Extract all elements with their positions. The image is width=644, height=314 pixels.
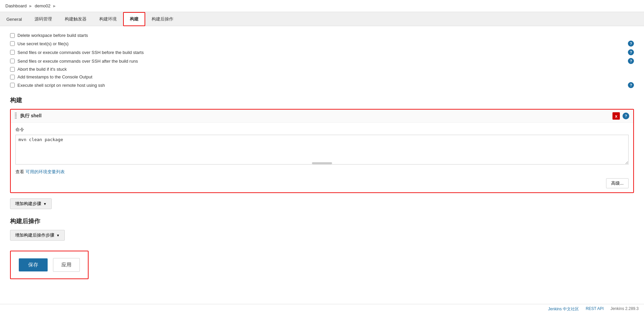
cb-secret-text[interactable] — [10, 41, 15, 46]
save-button[interactable]: 保存 — [19, 258, 48, 271]
drag-handle[interactable] — [15, 113, 17, 119]
postbuild-dropdown-arrow-icon: ▼ — [56, 234, 60, 237]
cb-delete-workspace-label: Delete workspace before build starts — [17, 33, 88, 38]
cb-ssh-after-label: Send files or execute commands over SSH … — [17, 59, 138, 64]
checkbox-row-6: Add timestamps to the Console Output — [10, 74, 634, 79]
build-step-help-icon[interactable]: ? — [623, 113, 629, 119]
build-step-close-btn[interactable]: x — [612, 112, 620, 120]
advanced-btn-row: 高级... — [15, 178, 629, 188]
tab-triggers[interactable]: 构建触发器 — [58, 12, 93, 26]
cb-secret-text-label: Use secret text(s) or file(s) — [17, 41, 68, 46]
checkbox-row-7: Execute shell script on remote host usin… — [10, 82, 634, 88]
command-textarea[interactable]: mvn clean package — [15, 135, 629, 165]
add-build-step-label: 增加构建步骤 — [15, 201, 41, 207]
cb-ssh-before-label: Send files or execute commands over SSH … — [17, 50, 144, 55]
tab-source[interactable]: 源码管理 — [28, 12, 58, 26]
tab-general[interactable]: General — [0, 13, 28, 25]
checkbox-row-3: Send files or execute commands over SSH … — [10, 49, 634, 55]
help-icon-7[interactable]: ? — [628, 82, 634, 88]
add-build-step-btn[interactable]: 增加构建步骤 ▼ — [10, 198, 52, 209]
cb-remote-ssh-label: Execute shell script on remote host usin… — [17, 83, 105, 88]
cb-abort-stuck[interactable] — [10, 67, 15, 72]
env-link-prefix: 查看 — [15, 169, 24, 174]
nav-sep-2: ► — [52, 4, 56, 8]
build-env-options: Delete workspace before build starts Use… — [10, 33, 634, 88]
build-step-shell: 执行 shell x ? 命令 mvn clean package 查看 可用的… — [10, 109, 634, 193]
help-icon-3[interactable]: ? — [628, 49, 634, 55]
scrollbar-indicator — [312, 162, 332, 164]
post-build-section: 构建后操作 增加构建后操作步骤 ▼ — [10, 217, 634, 241]
save-section: 保存 应用 — [10, 251, 89, 279]
command-label: 命令 — [15, 127, 629, 133]
dropdown-arrow-icon: ▼ — [43, 202, 47, 206]
env-link[interactable]: 可用的环境变量列表 — [25, 169, 65, 174]
breadcrumb: Dashboard ► demo02 ► — [0, 0, 644, 12]
dashboard-link[interactable]: Dashboard — [5, 3, 27, 8]
tab-postbuild[interactable]: 构建后操作 — [145, 12, 180, 26]
cb-timestamps[interactable] — [10, 75, 15, 79]
cb-ssh-after[interactable] — [10, 59, 15, 63]
build-step-title: 执行 shell — [20, 113, 612, 119]
tab-env[interactable]: 构建环境 — [93, 12, 123, 26]
tab-build[interactable]: 构建 — [123, 12, 145, 26]
cb-timestamps-label: Add timestamps to the Console Output — [17, 74, 92, 79]
nav-sep-1: ► — [29, 4, 33, 8]
add-postbuild-btn[interactable]: 增加构建后操作步骤 ▼ — [10, 230, 65, 241]
textarea-wrapper: mvn clean package — [15, 135, 629, 166]
checkbox-row-4: Send files or execute commands over SSH … — [10, 58, 634, 64]
add-postbuild-label: 增加构建后操作步骤 — [15, 232, 54, 238]
checkbox-row-5: Abort the build if it's stuck — [10, 67, 634, 72]
cb-ssh-before[interactable] — [10, 50, 15, 55]
project-link[interactable]: demo02 — [35, 3, 51, 8]
checkbox-row-1: Delete workspace before build starts — [10, 33, 634, 38]
cb-remote-ssh[interactable] — [10, 83, 15, 87]
help-icon-2[interactable]: ? — [628, 41, 634, 47]
build-section-title: 构建 — [10, 96, 634, 104]
apply-button[interactable]: 应用 — [53, 258, 80, 272]
help-icon-4[interactable]: ? — [628, 58, 634, 64]
cb-delete-workspace[interactable] — [10, 33, 15, 38]
build-step-body: 命令 mvn clean package 查看 可用的环境变量列表 高级... — [11, 123, 633, 192]
post-build-title: 构建后操作 — [10, 217, 634, 225]
cb-abort-stuck-label: Abort the build if it's stuck — [17, 67, 67, 72]
build-step-header: 执行 shell x ? — [11, 110, 633, 123]
tab-bar: General 源码管理 构建触发器 构建环境 构建 构建后操作 — [0, 12, 644, 26]
footer: Jenkins 中文社区 REST API Jenkins 2.289.3 — [0, 304, 644, 306]
env-link-row: 查看 可用的环境变量列表 — [15, 169, 629, 175]
checkbox-row-2: Use secret text(s) or file(s) ? — [10, 41, 634, 47]
advanced-btn[interactable]: 高级... — [606, 178, 629, 188]
